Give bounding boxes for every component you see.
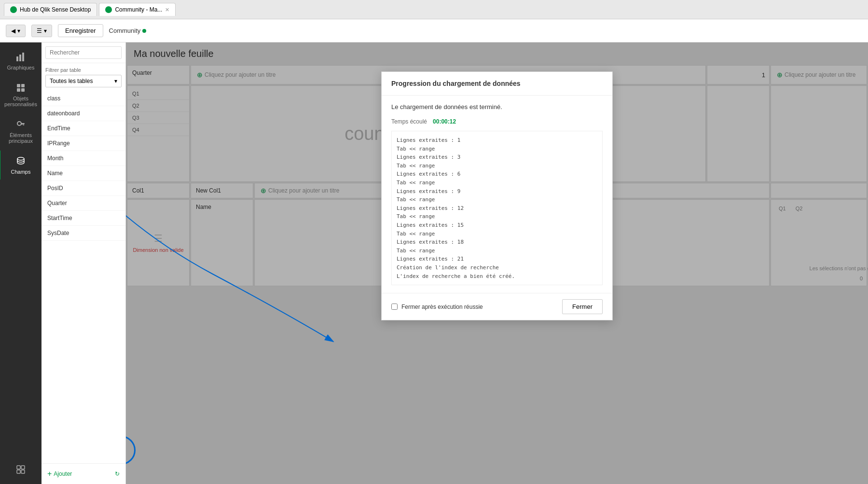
field-class[interactable]: class xyxy=(41,91,125,106)
log-line-7: Tab << range xyxy=(397,195,597,204)
svg-rect-0 xyxy=(16,56,18,61)
sidebar: Graphiques Objets personnalisés xyxy=(0,42,41,484)
tab-close-icon[interactable]: ✕ xyxy=(165,7,169,13)
sidebar-item-champs[interactable]: Champs xyxy=(0,151,41,180)
svg-rect-14 xyxy=(17,470,20,473)
log-line-5: Tab << range xyxy=(397,179,597,187)
svg-point-7 xyxy=(17,122,21,125)
close-after-label: Fermer après exécution réussie xyxy=(401,304,483,310)
field-posid[interactable]: PosID xyxy=(41,181,125,196)
fields-list: class dateonboard EndTime IPRange Month … xyxy=(41,91,125,241)
modal-log: Lignes extraites : 1 Tab << range Lignes… xyxy=(391,131,603,285)
chart-icon xyxy=(15,51,27,63)
tab-hub-label: Hub de Qlik Sense Desktop xyxy=(20,6,91,13)
svg-rect-13 xyxy=(21,466,25,469)
sidebar-item-objets[interactable]: Objets personnalisés xyxy=(0,77,41,112)
field-sysdate[interactable]: SysDate xyxy=(41,226,125,241)
time-value: 00:00:12 xyxy=(433,118,456,125)
field-starttime[interactable]: StartTime xyxy=(41,211,125,226)
svg-rect-4 xyxy=(21,84,25,87)
svg-rect-5 xyxy=(17,88,20,92)
sidebar-elements-label: Éléments principaux xyxy=(3,132,39,144)
field-month[interactable]: Month xyxy=(41,151,125,166)
browser-chrome: Hub de Qlik Sense Desktop Community - Ma… xyxy=(0,0,868,19)
progress-modal: Progression du chargement de données Le … xyxy=(381,71,613,320)
log-line-4: Lignes extraites : 6 xyxy=(397,170,597,179)
log-line-10: Lignes extraites : 15 xyxy=(397,221,597,230)
modal-overlay: Progression du chargement de données Le … xyxy=(126,42,868,484)
hub-icon xyxy=(10,6,17,13)
tab-community-label: Community - Ma... xyxy=(115,6,162,13)
field-quarter[interactable]: Quarter xyxy=(41,196,125,211)
field-iprange[interactable]: IPRange xyxy=(41,136,125,151)
sidebar-objets-label: Objets personnalisés xyxy=(3,96,39,107)
log-line-2: Lignes extraites : 3 xyxy=(397,153,597,162)
log-line-6: Lignes extraites : 9 xyxy=(397,187,597,196)
list-icon: ☰ xyxy=(37,28,42,34)
field-endtime[interactable]: EndTime xyxy=(41,121,125,136)
log-line-14: Lignes extraites : 21 xyxy=(397,255,597,263)
sidebar-graphiques-label: Graphiques xyxy=(7,65,35,70)
svg-rect-6 xyxy=(21,88,25,92)
svg-rect-10 xyxy=(22,124,23,125)
refresh-button[interactable]: ↻ xyxy=(115,470,120,477)
svg-rect-1 xyxy=(19,55,21,61)
save-button[interactable]: Enregistrer xyxy=(58,24,103,37)
community-status-dot xyxy=(142,29,146,33)
svg-rect-9 xyxy=(23,124,24,125)
svg-rect-8 xyxy=(21,123,25,124)
save-label: Enregistrer xyxy=(65,27,96,34)
sidebar-item-elements[interactable]: Éléments principaux xyxy=(0,114,41,149)
log-line-13: Tab << range xyxy=(397,247,597,255)
svg-rect-15 xyxy=(21,470,25,473)
field-dateonboard[interactable]: dateonboard xyxy=(41,106,125,121)
table-filter-select[interactable]: Toutes les tables ▾ xyxy=(45,75,122,87)
fields-footer: + Ajouter ↻ xyxy=(41,463,125,484)
community-text: Community xyxy=(109,27,141,34)
back-button[interactable]: ◀ ▾ xyxy=(6,25,26,37)
sidebar-item-graphiques[interactable]: Graphiques xyxy=(0,46,41,75)
sidebar-item-bottom[interactable] xyxy=(0,459,41,480)
canvas-area: Ma nouvelle feuille Quarter ⊕ Cliquez po… xyxy=(126,42,868,484)
community-label: Community xyxy=(109,27,147,34)
community-tab-icon xyxy=(105,6,112,13)
log-line-9: Tab << range xyxy=(397,212,597,221)
log-line-3: Tab << range xyxy=(397,162,597,170)
filter-select-value: Toutes les tables xyxy=(50,78,93,84)
close-after-checkbox-row[interactable]: Fermer après exécution réussie xyxy=(391,304,483,310)
list-dropdown-icon: ▾ xyxy=(44,28,47,34)
svg-rect-12 xyxy=(17,466,20,469)
tab-community[interactable]: Community - Ma... ✕ xyxy=(99,3,176,16)
log-line-0: Lignes extraites : 1 xyxy=(397,136,597,145)
add-field-button[interactable]: + Ajouter xyxy=(47,470,72,478)
puzzle-icon xyxy=(15,82,27,94)
log-line-15: Création de l'index de recherche xyxy=(397,263,597,272)
back-dropdown-icon: ▾ xyxy=(17,28,20,34)
filter-label: Filtrer par table xyxy=(41,63,125,75)
modal-header: Progression du chargement de données xyxy=(382,72,612,96)
key-icon xyxy=(15,119,27,130)
log-line-1: Tab << range xyxy=(397,145,597,153)
modal-time-row: Temps écoulé 00:00:12 xyxy=(391,118,603,125)
svg-rect-2 xyxy=(22,53,24,61)
field-name[interactable]: Name xyxy=(41,166,125,181)
refresh-icon: ↻ xyxy=(115,470,120,477)
tab-hub[interactable]: Hub de Qlik Sense Desktop xyxy=(4,3,97,16)
svg-rect-3 xyxy=(17,84,20,87)
search-input[interactable] xyxy=(45,46,122,59)
search-area xyxy=(41,42,125,63)
list-button[interactable]: ☰ ▾ xyxy=(31,25,52,37)
plus-icon: + xyxy=(47,470,52,478)
log-line-17 xyxy=(397,280,597,284)
modal-body: Le chargement de données est terminé. Te… xyxy=(382,96,612,293)
log-line-11: Tab << range xyxy=(397,230,597,238)
log-line-8: Lignes extraites : 12 xyxy=(397,204,597,213)
modal-close-button[interactable]: Fermer xyxy=(562,299,603,314)
log-line-16: L'index de recherche a bien été créé. xyxy=(397,272,597,281)
add-label: Ajouter xyxy=(54,470,72,477)
log-line-12: Lignes extraites : 18 xyxy=(397,238,597,247)
close-after-checkbox[interactable] xyxy=(391,304,398,310)
grid-icon xyxy=(15,464,27,475)
svg-point-11 xyxy=(17,157,24,160)
log-line-18: Application enregistrée xyxy=(397,284,597,285)
